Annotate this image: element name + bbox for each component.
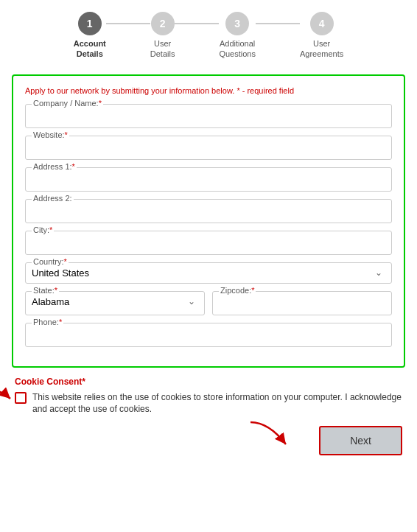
address1-field: Address 1:*	[25, 167, 392, 192]
step-2-circle: 2	[151, 12, 175, 35]
cookie-text: This website relies on the use of cookie…	[32, 391, 402, 416]
cookie-row: This website relies on the use of cookie…	[15, 391, 402, 416]
step-line-2	[175, 23, 219, 24]
country-select-wrapper: United States Canada United Kingdom ⌄	[32, 267, 385, 279]
website-input[interactable]	[32, 141, 385, 155]
company-name-label: Company / Name:*	[32, 99, 103, 108]
country-field: Country:* United States Canada United Ki…	[25, 262, 392, 284]
zipcode-field: Zipcode:*	[212, 291, 392, 315]
address2-label: Address 2:	[32, 194, 74, 203]
phone-input[interactable]	[32, 328, 385, 342]
address1-label: Address 1:*	[32, 162, 77, 171]
next-button-area: Next	[12, 426, 405, 455]
step-2-label: UserDetails	[150, 38, 175, 60]
step-line-3	[256, 23, 300, 24]
step-1-label: AccountDetails	[74, 38, 106, 60]
state-select[interactable]: Alabama Alaska Arizona Arkansas Californ…	[32, 296, 198, 307]
country-select[interactable]: United States Canada United Kingdom	[32, 267, 385, 279]
country-label: Country:*	[32, 257, 69, 266]
form-desc-text: Apply to our network by submitting your …	[25, 86, 234, 95]
step-line-1	[106, 23, 150, 24]
step-3-circle: 3	[225, 12, 249, 35]
state-zip-row: State:* Alabama Alaska Arizona Arkansas …	[25, 291, 392, 323]
step-2: 2 UserDetails	[150, 12, 175, 60]
company-name-input[interactable]	[32, 109, 385, 123]
company-name-field: Company / Name:*	[25, 104, 392, 128]
next-arrow-icon	[243, 419, 295, 455]
state-label: State:*	[32, 286, 59, 295]
address2-field: Address 2:	[25, 199, 392, 223]
cookie-section: Cookie Consent* This website relies on t…	[12, 377, 405, 416]
step-1-circle: 1	[78, 12, 102, 35]
website-field: Website:*	[25, 136, 392, 160]
required-note: * - required field	[236, 86, 294, 95]
step-4: 4 UserAgreements	[300, 12, 343, 60]
city-input[interactable]	[32, 236, 385, 250]
step-4-label: UserAgreements	[300, 38, 343, 60]
zipcode-label: Zipcode:*	[219, 286, 256, 295]
phone-label: Phone:*	[32, 318, 63, 326]
city-label: City:*	[32, 225, 54, 234]
zipcode-input[interactable]	[219, 296, 385, 310]
address2-input[interactable]	[32, 204, 385, 218]
form-container: Apply to our network by submitting your …	[12, 74, 405, 368]
step-1: 1 AccountDetails	[74, 12, 106, 60]
step-3: 3 AdditionalQuestions	[219, 12, 256, 60]
step-4-circle: 4	[310, 12, 334, 35]
phone-field: Phone:*	[25, 323, 392, 347]
state-select-wrapper: Alabama Alaska Arizona Arkansas Californ…	[32, 296, 198, 307]
cookie-title: Cookie Consent*	[15, 377, 402, 387]
state-field: State:* Alabama Alaska Arizona Arkansas …	[25, 291, 205, 315]
form-description: Apply to our network by submitting your …	[25, 86, 392, 95]
step-3-label: AdditionalQuestions	[219, 38, 256, 60]
address1-input[interactable]	[32, 172, 385, 186]
stepper: 1 AccountDetails 2 UserDetails 3 Additio…	[12, 12, 405, 60]
website-label: Website:*	[32, 130, 69, 139]
city-field: City:*	[25, 231, 392, 255]
checkbox-arrow-icon	[0, 385, 18, 415]
next-button[interactable]: Next	[319, 426, 402, 455]
